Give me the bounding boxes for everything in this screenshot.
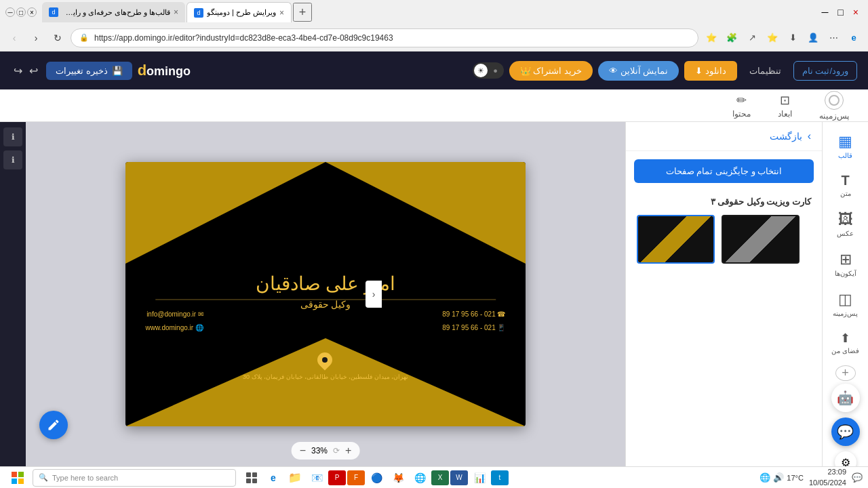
side-icon-text[interactable]: T متن: [826, 167, 865, 203]
left-sidebar-icon-1[interactable]: ℹ: [3, 127, 22, 146]
side-icon-bg-label: پس‌زمینه: [833, 310, 858, 317]
canvas-wrapper: امیر علی صادقیان وکیل حقوقی ☎ 021 - 66 9…: [26, 122, 625, 466]
taskbar-app-chart[interactable]: 📊: [469, 468, 490, 487]
redo-button[interactable]: ↪: [11, 62, 25, 80]
download-button[interactable]: دانلود ⬇: [684, 61, 737, 81]
lock-icon: 🔒: [79, 33, 89, 42]
taskbar-app-orange[interactable]: F: [347, 470, 365, 485]
zoom-in-button[interactable]: +: [345, 445, 351, 457]
text-icon: T: [841, 173, 849, 188]
theme-dark-btn[interactable]: ●: [489, 64, 502, 77]
browser-tab-1[interactable]: d قالب‌ها و طرح‌های حرفه‌ای و رایگان ×: [42, 2, 185, 22]
card-phone1: ☎ 021 - 66 95 17 89: [442, 308, 505, 321]
win-minimize-btn[interactable]: ─: [817, 5, 832, 19]
nav-icon-4[interactable]: ⭐: [764, 29, 781, 47]
window-maximize[interactable]: □: [16, 7, 26, 17]
nav-icon-1[interactable]: ⭐: [703, 29, 720, 47]
save-icon: 💾: [112, 66, 123, 76]
tab-favicon-1: d: [49, 7, 58, 17]
notification-icon[interactable]: 💬: [852, 472, 863, 483]
network-icon[interactable]: 🌐: [760, 472, 770, 483]
nav-back-button[interactable]: ‹: [5, 29, 23, 47]
tab-favicon-2: d: [194, 8, 203, 18]
ai-button[interactable]: 🤖: [831, 384, 860, 412]
taskbar-search[interactable]: 🔍 Type here to search: [33, 469, 236, 487]
taskbar-app-excel[interactable]: X: [431, 470, 449, 485]
card-website: 🌐 www.domingo.ir: [146, 321, 203, 335]
settings-button[interactable]: تنظیمات: [743, 62, 788, 80]
new-tab-button[interactable]: +: [293, 3, 312, 22]
nav-icon-3[interactable]: ↗: [743, 29, 761, 47]
right-panel: › بازگشت انتخاب و جایگزینی تمام صفحات کا…: [625, 122, 822, 466]
clock-time: 23:09: [809, 467, 846, 477]
card-divider-line: [155, 299, 496, 300]
side-icon-icons[interactable]: ⊞ آیکون‌ها: [826, 245, 865, 283]
browser-tabs: d قالب‌ها و طرح‌های حرفه‌ای و رایگان × d…: [42, 0, 814, 24]
taskbar-app-word[interactable]: W: [450, 470, 468, 485]
svg-rect-4: [246, 472, 251, 477]
win-restore-btn[interactable]: □: [833, 5, 847, 19]
address-bar[interactable]: 🔒 https://app.domingo.ir/editor?industry…: [71, 28, 698, 47]
nav-icon-2[interactable]: 🧩: [723, 29, 741, 47]
taskbar-app-chrome[interactable]: 🔵: [366, 468, 387, 487]
background-circle: [825, 91, 844, 110]
taskbar-app-mail[interactable]: 📧: [307, 468, 327, 487]
side-add-button[interactable]: +: [835, 365, 856, 381]
undo-button[interactable]: ↩: [26, 62, 41, 80]
side-icon-template[interactable]: ▦ قالب: [826, 127, 865, 165]
side-icon-image[interactable]: 🖼 عکس: [826, 205, 865, 243]
image-icon: 🖼: [838, 211, 853, 228]
volume-icon[interactable]: 🔊: [773, 472, 784, 483]
editor-toolbar: پس‌زمینه ⊡ ابعاد ✏ محتوا: [0, 89, 868, 122]
card-email: ✉ info@domingo.ir: [146, 308, 203, 321]
taskbar-app-edge[interactable]: e: [263, 468, 283, 487]
nav-refresh-button[interactable]: ↻: [49, 29, 66, 47]
nav-forward-button[interactable]: ›: [27, 29, 45, 47]
window-minimize[interactable]: ─: [5, 7, 15, 17]
save-button[interactable]: 💾 ذخیره تغییرات: [46, 62, 132, 80]
tab-close-1[interactable]: ×: [174, 7, 178, 17]
browser-tab-2[interactable]: d ویرایش طرح | دومینگو ×: [186, 2, 292, 22]
login-button[interactable]: ورود/ثبت نام: [793, 61, 857, 81]
window-close[interactable]: ×: [27, 7, 37, 17]
taskbar-app-telegram[interactable]: t: [491, 470, 509, 485]
theme-toggle[interactable]: ☀ ●: [473, 62, 504, 79]
nav-icon-ellipsis[interactable]: ⋯: [825, 29, 842, 47]
toolbar-content[interactable]: ✏ محتوا: [727, 90, 756, 121]
taskbar-app-red[interactable]: P: [328, 470, 346, 485]
taskbar-app-globe[interactable]: 🌐: [410, 468, 430, 487]
nav-icon-6[interactable]: 👤: [804, 29, 822, 47]
side-icon-myspace[interactable]: ⬆ فضای من: [826, 325, 865, 360]
fab-button[interactable]: [39, 411, 68, 439]
side-icon-background[interactable]: ◫ پس‌زمینه: [826, 285, 865, 323]
chat-button[interactable]: 💬: [831, 418, 860, 446]
card-phone2: 📱 021 - 66 95 17 89: [442, 321, 505, 335]
select-all-pages-button[interactable]: انتخاب و جایگزینی تمام صفحات: [634, 159, 814, 183]
panel-back-header[interactable]: › بازگشت: [626, 122, 822, 151]
side-icon-text-label: متن: [840, 190, 851, 197]
online-preview-button[interactable]: نمایش آنلاین 👁: [598, 61, 679, 81]
tab-close-2[interactable]: ×: [279, 8, 284, 18]
taskbar-app-taskview[interactable]: [241, 468, 262, 487]
chevron-button[interactable]: ›: [366, 281, 382, 308]
toolbar-dimensions[interactable]: ⊡ ابعاد: [772, 90, 797, 121]
start-button[interactable]: [5, 468, 30, 487]
theme-light-btn[interactable]: ☀: [474, 64, 488, 77]
thumbnail-2[interactable]: [722, 215, 800, 264]
thumbnail-1[interactable]: [637, 215, 715, 264]
win-close-btn[interactable]: ×: [849, 5, 863, 19]
nav-icon-5[interactable]: ⬇: [784, 29, 802, 47]
toolbar-background[interactable]: پس‌زمینه: [814, 88, 854, 123]
left-sidebar-icon-2[interactable]: ℹ: [3, 150, 22, 169]
side-icon-icons-label: آیکون‌ها: [835, 270, 856, 277]
side-icon-myspace-label: فضای من: [831, 347, 859, 354]
taskbar-app-files[interactable]: 📁: [285, 468, 305, 487]
canvas-card[interactable]: امیر علی صادقیان وکیل حقوقی ☎ 021 - 66 9…: [125, 162, 526, 426]
back-chevron-icon: ›: [808, 130, 811, 142]
taskbar-app-firefox[interactable]: 🦊: [388, 468, 408, 487]
zoom-out-button[interactable]: −: [300, 445, 306, 457]
buy-subscription-button[interactable]: خرید اشتراک 👑: [509, 61, 593, 81]
panel-toggle-chevron[interactable]: ›: [366, 281, 382, 308]
taskbar: 🔍 Type here to search e 📁 📧 P F 🔵 🦊 🌐 X …: [0, 466, 868, 488]
svg-rect-2: [12, 479, 17, 484]
